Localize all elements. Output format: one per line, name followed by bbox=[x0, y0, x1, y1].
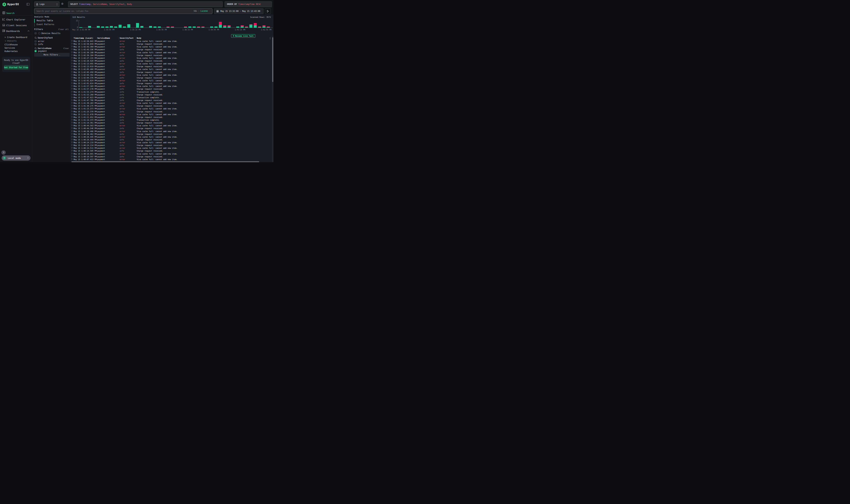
row-expand-chevron-icon[interactable] bbox=[71, 57, 73, 59]
table-row[interactable]: May 15 1:41:14.361 PMpaymentinfoCharge r… bbox=[70, 122, 271, 124]
table-row[interactable]: May 15 1:42:50.834 PMpaymentinfoCharge r… bbox=[70, 43, 271, 46]
table-row[interactable]: May 15 1:41:30.275 PMpaymentinfoCharge r… bbox=[70, 105, 271, 107]
histogram-bar-error[interactable] bbox=[197, 26, 200, 27]
row-expand-chevron-icon[interactable] bbox=[71, 46, 73, 47]
histogram-bar-info[interactable] bbox=[184, 27, 187, 28]
histogram-bar-error[interactable] bbox=[249, 24, 252, 25]
table-row[interactable]: May 15 1:41:53.260 PMpaymentinfoCharge r… bbox=[70, 93, 271, 96]
histogram-bar-info[interactable] bbox=[97, 26, 100, 28]
row-expand-chevron-icon[interactable] bbox=[71, 49, 73, 50]
histogram-bar-error[interactable] bbox=[267, 26, 270, 27]
row-expand-chevron-icon[interactable] bbox=[71, 68, 73, 70]
histogram-bar-info[interactable] bbox=[166, 27, 169, 28]
help-button[interactable]: ? bbox=[1, 150, 6, 155]
row-expand-chevron-icon[interactable] bbox=[71, 62, 73, 64]
histogram-bar-info[interactable] bbox=[267, 27, 270, 28]
histogram-bar-info[interactable] bbox=[210, 26, 213, 28]
row-expand-chevron-icon[interactable] bbox=[71, 74, 73, 75]
create-dashboard-button[interactable]: + Create Dashboard bbox=[4, 36, 27, 38]
row-expand-chevron-icon[interactable] bbox=[71, 116, 73, 118]
row-expand-chevron-icon[interactable] bbox=[71, 91, 73, 92]
get-started-button[interactable]: Get Started for Free bbox=[4, 65, 28, 70]
row-expand-chevron-icon[interactable] bbox=[71, 102, 73, 104]
row-expand-chevron-icon[interactable] bbox=[71, 85, 73, 87]
histogram-bar-error[interactable] bbox=[263, 25, 266, 26]
table-row[interactable]: May 15 1:40:10.601 PMpaymenterrorVisa ca… bbox=[70, 152, 271, 156]
row-expand-chevron-icon[interactable] bbox=[71, 111, 73, 112]
row-expand-chevron-icon[interactable] bbox=[71, 139, 73, 140]
histogram-bar-error[interactable] bbox=[166, 26, 169, 27]
sidebar-item-dashboards[interactable]: Dashboards bbox=[6, 30, 20, 33]
table-row[interactable]: May 15 1:40:14.505 PMpaymentinfoCharge r… bbox=[70, 150, 271, 152]
table-row[interactable]: May 15 1:41:25.370 PMpaymentinfoCharge r… bbox=[70, 110, 271, 113]
table-row[interactable]: May 15 1:41:47.823 PMpaymentinfoTransact… bbox=[70, 96, 271, 99]
order-by-box[interactable]: ORDER BY TimestampTime DESC bbox=[224, 1, 272, 7]
row-expand-chevron-icon[interactable] bbox=[71, 54, 73, 56]
table-row[interactable]: May 15 1:40:44.563 PMpaymenterrorVisa ca… bbox=[70, 124, 271, 127]
table-row[interactable]: May 15 1:42:43.360 PMpaymenterrorVisa ca… bbox=[70, 46, 271, 48]
sidebar-item-preset-services[interactable]: Services bbox=[4, 47, 15, 49]
row-expand-chevron-icon[interactable] bbox=[71, 105, 73, 106]
row-expand-chevron-icon[interactable] bbox=[71, 71, 73, 73]
filter-option-payment[interactable]: payment bbox=[38, 50, 47, 52]
source-select[interactable]: Logs bbox=[34, 1, 59, 7]
run-query-button[interactable] bbox=[265, 8, 271, 14]
denoise-label[interactable]: Denoise Results bbox=[41, 32, 60, 35]
histogram-bar-error[interactable] bbox=[241, 25, 243, 26]
select-statement[interactable]: SELECT Timestamp, ServiceName, SeverityT… bbox=[68, 1, 223, 7]
filter-checkbox-error[interactable] bbox=[35, 40, 37, 42]
histogram-bar-error[interactable] bbox=[254, 23, 257, 25]
histogram-bar-info[interactable] bbox=[171, 27, 174, 28]
table-row[interactable]: May 15 1:40:26.445 PMpaymenterrorVisa ca… bbox=[70, 136, 271, 139]
query-language-toggle[interactable]: SQL|Lucene bbox=[194, 10, 208, 12]
user-menu[interactable]: U Local mode bbox=[2, 156, 31, 161]
histogram-bar-info[interactable] bbox=[106, 26, 108, 28]
column-resize-handle[interactable] bbox=[96, 37, 96, 39]
histogram-bar-info[interactable] bbox=[110, 26, 113, 28]
table-row[interactable]: May 15 1:42:13.055 PMpaymenterrorVisa ca… bbox=[70, 62, 271, 65]
histogram-bar-info[interactable] bbox=[241, 26, 243, 28]
sidebar-item-chart-explorer[interactable]: Chart Explorer bbox=[6, 18, 25, 21]
table-row[interactable]: May 15 1:42:05.450 PMpaymentinfoCharge r… bbox=[70, 71, 271, 74]
table-row[interactable]: May 15 1:41:57.183 PMpaymenterrorVisa ca… bbox=[70, 85, 271, 88]
filter-group-servicename[interactable]: ServiceName bbox=[38, 47, 51, 50]
row-expand-chevron-icon[interactable] bbox=[71, 153, 73, 154]
row-expand-chevron-icon[interactable] bbox=[71, 94, 73, 95]
presets-section-label[interactable]: PRESETS bbox=[7, 40, 17, 42]
column-resize-handle[interactable] bbox=[135, 37, 136, 39]
table-row[interactable]: May 15 1:40:38.466 PMpaymenterrorVisa ca… bbox=[70, 130, 271, 133]
table-row[interactable]: May 15 1:40:26.444 PMpaymentinfoCharge r… bbox=[70, 139, 271, 141]
table-row[interactable]: May 15 1:40:07.413 PMpaymenterrorVisa ca… bbox=[70, 158, 271, 161]
tab-results-table[interactable]: Results Table bbox=[37, 19, 53, 22]
histogram-bar-info[interactable] bbox=[223, 26, 226, 28]
row-expand-chevron-icon[interactable] bbox=[71, 125, 73, 126]
histogram-bar-info[interactable] bbox=[101, 26, 104, 28]
table-row[interactable]: May 15 1:41:21.652 PMpaymentinfoCharge r… bbox=[70, 116, 271, 119]
table-row[interactable]: May 15 1:40:38.462 PMpaymentinfoCharge r… bbox=[70, 133, 271, 136]
table-row[interactable]: May 15 1:42:26.920 PMpaymentinfoCharge r… bbox=[70, 60, 271, 62]
clear-servicename-button[interactable]: Clear bbox=[63, 47, 69, 50]
histogram-bar-info[interactable] bbox=[258, 27, 261, 28]
row-expand-chevron-icon[interactable] bbox=[71, 88, 73, 89]
histogram-bar-info[interactable] bbox=[136, 23, 139, 28]
histogram-bar-info[interactable] bbox=[123, 26, 126, 28]
column-header-body[interactable]: Body bbox=[137, 37, 141, 39]
histogram-bar-info[interactable] bbox=[88, 26, 91, 28]
filter-option-error[interactable]: error bbox=[38, 40, 44, 42]
table-row[interactable]: May 15 1:41:47.766 PMpaymentinfoCharge r… bbox=[70, 99, 271, 102]
table-row[interactable]: May 15 1:40:10.597 PMpaymentinfoCharge r… bbox=[70, 156, 271, 158]
vertical-scrollbar-thumb[interactable] bbox=[272, 37, 273, 82]
histogram-bar-info[interactable] bbox=[228, 26, 231, 28]
table-row[interactable]: May 15 1:41:21.678 PMpaymenterrorVisa ca… bbox=[70, 113, 271, 116]
table-row[interactable]: May 15 1:40:14.511 PMpaymenterrorVisa ca… bbox=[70, 147, 271, 150]
chevron-down-icon[interactable] bbox=[5, 40, 6, 41]
more-filters-button[interactable]: More filters ⌄ bbox=[34, 53, 70, 57]
table-row[interactable]: May 15 1:41:53.274 PMpaymentinfoTransact… bbox=[70, 91, 271, 93]
row-expand-chevron-icon[interactable] bbox=[71, 136, 73, 138]
table-row[interactable]: May 15 1:42:04.392 PMpaymenterrorVisa ca… bbox=[70, 74, 271, 76]
table-row[interactable]: May 15 1:42:01.814 PMpaymentinfoCharge r… bbox=[70, 82, 271, 85]
histogram-bar-info[interactable] bbox=[127, 24, 130, 28]
histogram-bar-info[interactable] bbox=[263, 26, 266, 28]
sidebar-item-preset-kubernetes[interactable]: Kubernetes bbox=[4, 50, 18, 53]
table-row[interactable]: May 15 1:40:24.214 PMpaymentinfoCharge r… bbox=[70, 144, 271, 147]
